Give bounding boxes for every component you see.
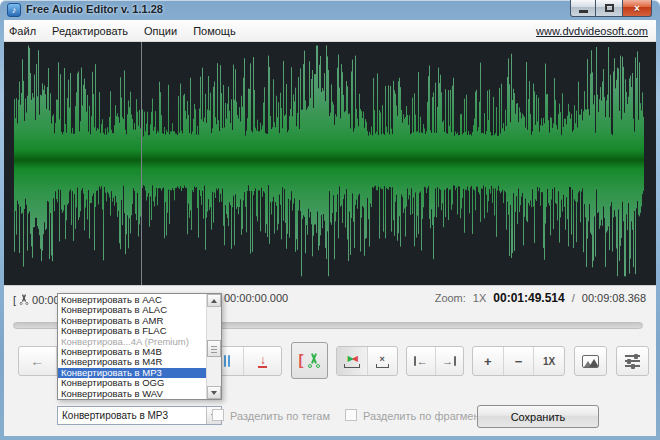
selection-markers-icon: ▶◀	[344, 355, 360, 368]
time-zoom-info: Zoom: 1X 00:01:49.514 / 00:09:08.368	[435, 291, 646, 305]
go-end-icon: →	[442, 355, 456, 367]
format-dropdown-list: Конвертировать в AACКонвертировать в ALA…	[57, 293, 222, 400]
website-link[interactable]: www.dvdvideosoft.com	[536, 25, 656, 37]
menu-edit[interactable]: Редактировать	[44, 25, 136, 37]
scroll-down-button[interactable]	[207, 386, 221, 399]
current-time: 00:01:49.514	[493, 291, 564, 305]
split-by-tags-label: Разделить по тегам	[230, 410, 330, 422]
split-by-tags-checkbox[interactable]	[212, 409, 224, 421]
scroll-thumb[interactable]	[207, 340, 221, 357]
window-title: Free Audio Editor v. 1.1.28	[26, 3, 163, 15]
split-by-fragments-checkbox[interactable]	[345, 409, 357, 421]
time-separator: /	[572, 292, 575, 304]
selection-tools-group: ▶◀ ×	[336, 346, 398, 376]
selection-range-label: [ 00:00	[13, 292, 60, 307]
zoom-reset-button[interactable]: 1X	[533, 347, 564, 375]
zoom-label: Zoom:	[435, 292, 466, 304]
clear-selection-icon: ×	[376, 355, 389, 368]
total-time: 00:09:08.368	[582, 292, 646, 304]
back-button[interactable]: ←	[19, 347, 56, 375]
format-combo[interactable]: Конвертировать в MP3	[57, 406, 222, 425]
navigation-group: ← →	[406, 346, 464, 376]
close-button[interactable]: ×	[622, 0, 652, 17]
zoom-in-button[interactable]: +	[473, 347, 503, 375]
maximize-icon	[605, 4, 614, 12]
scissors-icon	[19, 294, 29, 305]
cut-selection-button[interactable]: [	[291, 342, 328, 379]
bracket-icon: [	[299, 351, 304, 368]
minimize-icon	[579, 10, 588, 13]
menu-help[interactable]: Помощь	[185, 25, 244, 37]
equalizer-settings-button[interactable]	[617, 347, 648, 375]
settings-group	[616, 346, 649, 376]
dropdown-item[interactable]: Конвертировать в OGG	[58, 378, 206, 388]
app-icon: ♪	[7, 3, 21, 17]
menu-file[interactable]: Файл	[4, 25, 44, 37]
back-arrow-icon: ←	[30, 353, 44, 369]
maximize-button[interactable]	[596, 0, 622, 17]
clear-selection-button[interactable]: ×	[367, 347, 398, 375]
titlebar: ♪ Free Audio Editor v. 1.1.28 ×	[0, 0, 660, 20]
scissors-icon	[307, 353, 321, 368]
minimize-button[interactable]	[570, 0, 596, 17]
selection-bracket: [	[13, 294, 16, 306]
set-selection-button[interactable]: ▶◀	[337, 347, 367, 375]
triangle-down-icon	[211, 391, 217, 395]
visualization-group	[574, 346, 607, 376]
dropdown-scrollbar[interactable]	[206, 294, 221, 399]
app-window: ♪ Free Audio Editor v. 1.1.28 × Файл Ред…	[0, 0, 660, 440]
drop-marker-button[interactable]: ↓	[243, 347, 281, 375]
dropdown-item[interactable]: Конвертировать в FLAC	[58, 326, 206, 336]
scroll-up-button[interactable]	[207, 294, 221, 307]
zoom-out-button[interactable]: −	[503, 347, 534, 375]
sliders-icon	[625, 355, 640, 367]
selection-end-time: 00:00:00.000	[224, 292, 288, 304]
go-to-start-button[interactable]: ←	[407, 347, 435, 375]
menubar: Файл Редактировать Опции Помощь www.dvdv…	[4, 20, 656, 42]
down-arrow-icon: ↓	[258, 355, 267, 368]
save-button[interactable]: Сохранить	[477, 405, 599, 428]
dropdown-item[interactable]: Конвертировать в WAV	[58, 389, 206, 399]
waveform-display[interactable]	[4, 42, 656, 285]
zoom-value: 1X	[473, 292, 486, 304]
close-icon: ×	[634, 3, 640, 14]
triangle-up-icon	[211, 299, 217, 303]
go-start-icon: ←	[414, 355, 428, 367]
go-to-end-button[interactable]: →	[435, 347, 464, 375]
format-dropdown-items: Конвертировать в AACКонвертировать в ALA…	[58, 294, 206, 399]
zoom-group: + − 1X	[472, 346, 565, 376]
waveform-area	[4, 42, 656, 285]
menu-options[interactable]: Опции	[136, 25, 185, 37]
selection-start-time: 00:00	[32, 294, 60, 306]
format-combo-value: Конвертировать в MP3	[58, 407, 206, 424]
image-icon	[582, 355, 599, 368]
waveform-view-button[interactable]	[575, 347, 606, 375]
